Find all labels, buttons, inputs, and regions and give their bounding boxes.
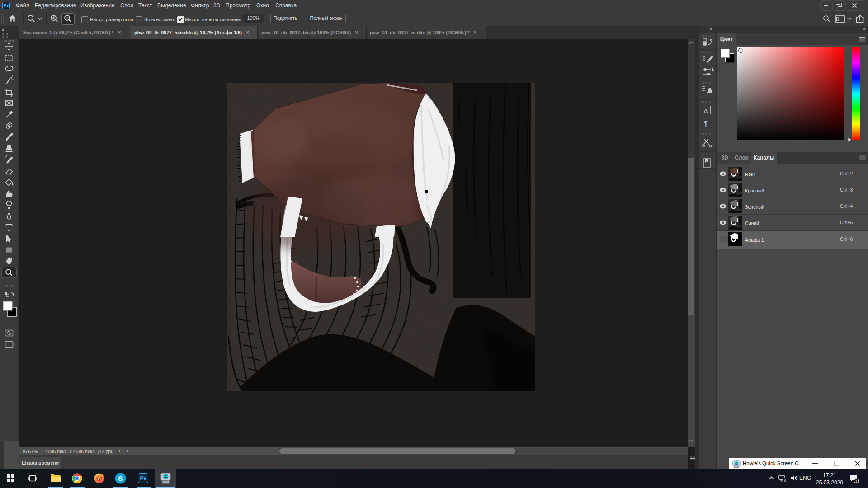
svg-text:¶: ¶: [704, 119, 708, 127]
svg-text:A: A: [703, 107, 708, 115]
svg-text:S: S: [118, 474, 123, 482]
svg-text:1: 1: [855, 479, 858, 483]
